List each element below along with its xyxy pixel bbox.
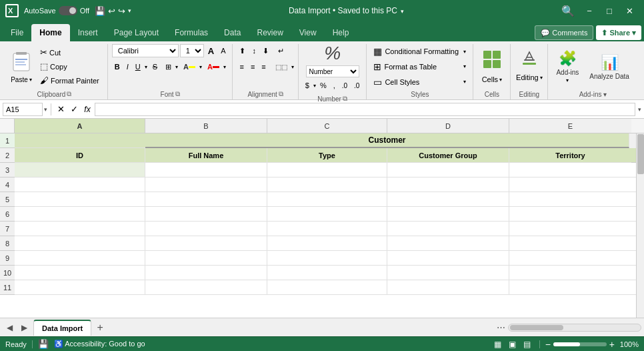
cell-e8[interactable] [509,236,631,251]
horizontal-scrollbar[interactable] [508,324,641,332]
cell-e6[interactable] [509,207,631,222]
cell-b3[interactable] [145,163,267,178]
editing-dropdown-icon[interactable]: ▾ [540,75,543,81]
cell-d8[interactable] [387,236,509,251]
cells-dropdown-icon[interactable]: ▾ [499,77,502,83]
tab-file[interactable]: File [3,24,31,41]
underline-dropdown[interactable]: ▾ [145,64,147,70]
tab-insert[interactable]: Insert [70,24,106,41]
cell-a4[interactable] [15,178,145,192]
cell-b11[interactable] [145,280,267,295]
paste-button[interactable]: Paste ▾ [7,48,36,85]
cell-a3[interactable] [15,163,145,178]
cell-c2[interactable]: Type [267,148,387,163]
number-expand[interactable]: ⧉ [343,95,347,103]
search-icon[interactable]: 🔍 [561,5,575,17]
bold-button[interactable]: B [112,60,123,73]
zoom-in-button[interactable]: + [609,339,615,350]
cell-a5[interactable] [15,192,145,207]
underline-button[interactable]: U [133,60,143,73]
analyze-data-button[interactable]: 📊 Analyze Data [585,45,633,88]
addins-button[interactable]: 🧩 Add-ins ▾ [552,45,583,88]
align-top-button[interactable]: ⬆ [237,44,248,57]
cell-b6[interactable] [145,207,267,222]
minimize-button[interactable]: − [580,3,599,19]
cell-styles-button[interactable]: ▭ Cell Styles ▾ [371,75,469,89]
cell-c11[interactable] [267,280,387,295]
cell-c3[interactable] [267,163,387,178]
merge-center-button[interactable]: ⬚⬚ [273,60,290,73]
editing-button[interactable]: Editing ▾ [516,73,543,81]
cell-e9[interactable] [509,251,631,266]
cell-d5[interactable] [387,192,509,207]
format-painter-button[interactable]: 🖌 Format Painter [37,74,102,87]
cell-b10[interactable] [145,266,267,280]
corner-cell[interactable] [0,119,15,133]
font-family-select[interactable]: Calibri [112,44,179,57]
align-middle-button[interactable]: ↕ [249,44,259,57]
fill-color-button[interactable]: A [181,60,198,73]
font-color-dropdown[interactable]: ▾ [223,64,226,70]
page-layout-view-button[interactable]: ▣ [506,338,519,351]
cell-d2[interactable]: Customer Group [387,148,509,163]
tab-review[interactable]: Review [249,24,291,41]
wrap-text-button[interactable]: ↵ [275,44,287,57]
cell-c7[interactable] [267,222,387,236]
cell-d10[interactable] [387,266,509,280]
cell-c6[interactable] [267,207,387,222]
cell-a1[interactable] [15,133,145,148]
cell-b7[interactable] [145,222,267,236]
cells-button[interactable]: Cells ▾ [482,75,502,83]
font-grow-button[interactable]: A [205,44,217,57]
cell-e11[interactable] [509,280,631,295]
cell-d11[interactable] [387,280,509,295]
redo-icon[interactable]: ↪ [118,6,125,16]
align-right-button[interactable]: ≡ [259,60,268,73]
cell-a9[interactable] [15,251,145,266]
font-size-select[interactable]: 11 [180,44,204,57]
paste-label[interactable]: Paste ▾ [7,75,36,85]
cell-a11[interactable] [15,280,145,295]
confirm-formula-button[interactable]: ✓ [68,103,80,115]
increase-decimal-button[interactable]: .0 [339,79,350,92]
format-as-table-button[interactable]: ⊞ Format as Table ▾ [371,60,469,73]
merge-dropdown[interactable]: ▾ [291,64,294,70]
col-header-a[interactable]: A [15,119,145,133]
cell-e4[interactable] [509,178,631,192]
tab-scroll-options[interactable]: ⋯ [497,322,505,332]
cell-a7[interactable] [15,222,145,236]
strikethrough-button[interactable]: S [150,60,160,73]
accounting-dropdown[interactable]: ▾ [313,83,316,89]
cell-b1-merged[interactable]: Customer [145,133,629,148]
number-format-select[interactable]: Number General Currency Percentage [306,65,359,77]
zoom-out-button[interactable]: − [545,339,551,350]
cell-b8[interactable] [145,236,267,251]
cell-c8[interactable] [267,236,387,251]
save-status-icon[interactable]: 💾 [38,339,49,349]
cell-e10[interactable] [509,266,631,280]
cell-e3[interactable] [509,163,631,178]
fill-dropdown[interactable]: ▾ [199,64,202,70]
cell-styles-dropdown[interactable]: ▾ [463,79,466,85]
percent-button[interactable]: % [317,79,329,92]
undo-icon[interactable]: ↩ [108,6,115,16]
cell-c9[interactable] [267,251,387,266]
comma-button[interactable]: , [331,79,338,92]
save-icon[interactable]: 💾 [95,6,105,16]
cell-a6[interactable] [15,207,145,222]
font-color-button[interactable]: A [205,60,222,73]
paste-icon[interactable] [7,48,36,75]
page-break-view-button[interactable]: ▤ [521,338,534,351]
sheet-tab-data-import[interactable]: Data Import [33,320,91,336]
cell-c10[interactable] [267,266,387,280]
cell-a2[interactable]: ID [15,148,145,163]
alignment-expand[interactable]: ⧉ [279,90,283,98]
cell-b9[interactable] [145,251,267,266]
tab-data[interactable]: Data [216,24,249,41]
border-dropdown[interactable]: ▾ [175,64,178,70]
format-table-dropdown[interactable]: ▾ [463,63,466,69]
cell-a8[interactable] [15,236,145,251]
col-header-b[interactable]: B [145,119,267,133]
conditional-dropdown[interactable]: ▾ [463,49,466,55]
vertical-scrollbar[interactable] [636,133,644,318]
